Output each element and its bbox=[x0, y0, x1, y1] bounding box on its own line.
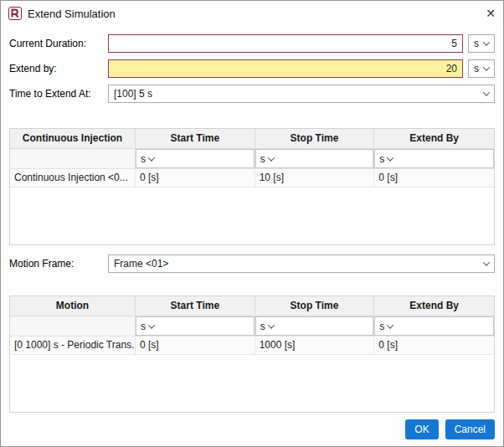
unit-value: s bbox=[474, 38, 481, 49]
column-header: Motion bbox=[10, 296, 136, 316]
unit-select[interactable]: s bbox=[136, 316, 255, 336]
table-row: Continuous Injection <0... 0 [s] 10 [s] … bbox=[10, 169, 494, 188]
extend-by-cell[interactable]: 0 [s] bbox=[374, 169, 494, 188]
chevron-down-icon bbox=[267, 154, 274, 161]
unit-value: s bbox=[260, 321, 265, 332]
dialog-buttons: OK Cancel bbox=[9, 419, 495, 439]
unit-select[interactable]: s bbox=[255, 316, 374, 336]
chevron-down-icon bbox=[483, 39, 490, 45]
injection-table: Continuous Injection Start Time Stop Tim… bbox=[9, 128, 495, 245]
extend-by-value: 20 bbox=[446, 63, 457, 74]
unit-cell: s bbox=[374, 149, 494, 169]
chevron-down-icon bbox=[387, 321, 393, 328]
chevron-down-icon bbox=[148, 321, 155, 328]
extend-by-unit-select[interactable]: s bbox=[468, 59, 495, 78]
column-header: Start Time bbox=[136, 129, 255, 149]
unit-value: s bbox=[141, 153, 146, 165]
motion-table-header: Motion Start Time Stop Time Extend By bbox=[10, 296, 494, 316]
chevron-down-icon bbox=[483, 89, 490, 95]
current-duration-unit-select[interactable]: s bbox=[468, 34, 495, 53]
column-header: Stop Time bbox=[255, 296, 375, 316]
time-to-extend-select[interactable]: [100] 5 s bbox=[108, 85, 495, 103]
chevron-down-icon bbox=[267, 321, 274, 328]
unit-cell: s bbox=[255, 149, 375, 169]
motion-frame-value: Frame <01> bbox=[114, 258, 481, 270]
column-header: Continuous Injection bbox=[10, 129, 136, 149]
time-to-extend-label: Time to Extend At: bbox=[9, 88, 108, 100]
table-row: [0 1000] s - Periodic Trans... 0 [s] 100… bbox=[10, 337, 494, 355]
injection-table-header: Continuous Injection Start Time Stop Tim… bbox=[10, 129, 494, 149]
column-header: Extend By bbox=[374, 129, 494, 149]
unit-value: s bbox=[141, 321, 146, 332]
unit-cell-empty bbox=[10, 149, 136, 169]
motion-frame-label: Motion Frame: bbox=[9, 258, 108, 270]
unit-cell: s bbox=[136, 149, 255, 169]
motion-table: Motion Start Time Stop Time Extend By s … bbox=[9, 295, 495, 413]
column-header: Start Time bbox=[136, 296, 255, 316]
extend-by-row: Extend by: 20 s bbox=[9, 59, 495, 78]
motion-frame-select[interactable]: Frame <01> bbox=[108, 254, 495, 273]
stop-time-cell[interactable]: 10 [s] bbox=[255, 169, 375, 188]
ok-button[interactable]: OK bbox=[405, 419, 438, 439]
app-icon bbox=[8, 7, 22, 20]
stop-time-cell[interactable]: 1000 [s] bbox=[255, 337, 375, 355]
chevron-down-icon bbox=[483, 259, 490, 265]
motion-table-unit-row: s s s bbox=[10, 316, 494, 337]
table-empty-area bbox=[10, 188, 494, 244]
unit-cell-empty bbox=[10, 316, 136, 337]
current-duration-input[interactable]: 5 bbox=[108, 34, 463, 53]
unit-value: s bbox=[379, 153, 384, 165]
start-time-cell[interactable]: 0 [s] bbox=[136, 169, 255, 188]
chevron-down-icon bbox=[483, 64, 490, 70]
time-to-extend-value: [100] 5 s bbox=[114, 88, 481, 100]
extend-by-label: Extend by: bbox=[9, 63, 108, 74]
unit-select[interactable]: s bbox=[136, 149, 255, 168]
chevron-down-icon bbox=[148, 154, 155, 161]
unit-value: s bbox=[379, 321, 384, 332]
unit-select[interactable]: s bbox=[374, 149, 494, 168]
injection-table-unit-row: s s s bbox=[10, 149, 494, 169]
unit-cell: s bbox=[136, 316, 255, 337]
close-icon[interactable]: ✕ bbox=[477, 7, 496, 20]
extend-by-cell[interactable]: 0 [s] bbox=[374, 337, 494, 355]
chevron-down-icon bbox=[387, 154, 393, 161]
unit-value: s bbox=[474, 63, 481, 74]
extend-by-input[interactable]: 20 bbox=[108, 59, 463, 78]
time-to-extend-row: Time to Extend At: [100] 5 s bbox=[9, 85, 495, 103]
current-duration-value: 5 bbox=[451, 38, 457, 49]
column-header: Extend By bbox=[374, 296, 494, 316]
unit-select[interactable]: s bbox=[374, 316, 494, 336]
motion-frame-row: Motion Frame: Frame <01> bbox=[9, 254, 495, 273]
table-empty-area bbox=[10, 355, 494, 412]
column-header: Stop Time bbox=[255, 129, 375, 149]
current-duration-label: Current Duration: bbox=[9, 38, 108, 49]
cancel-button[interactable]: Cancel bbox=[445, 419, 495, 439]
row-name-cell[interactable]: [0 1000] s - Periodic Trans... bbox=[10, 337, 136, 355]
unit-value: s bbox=[260, 153, 265, 165]
start-time-cell[interactable]: 0 [s] bbox=[136, 337, 255, 355]
unit-cell: s bbox=[374, 316, 494, 337]
unit-select[interactable]: s bbox=[255, 149, 374, 168]
unit-cell: s bbox=[255, 316, 375, 337]
current-duration-row: Current Duration: 5 s bbox=[9, 34, 495, 53]
dialog-body: Current Duration: 5 s Extend by: 20 s Ti… bbox=[1, 26, 503, 446]
window-title: Extend Simulation bbox=[28, 8, 116, 20]
title-bar: Extend Simulation ✕ bbox=[1, 1, 503, 26]
extend-simulation-dialog: Extend Simulation ✕ Current Duration: 5 … bbox=[0, 0, 504, 447]
row-name-cell[interactable]: Continuous Injection <0... bbox=[10, 169, 136, 188]
